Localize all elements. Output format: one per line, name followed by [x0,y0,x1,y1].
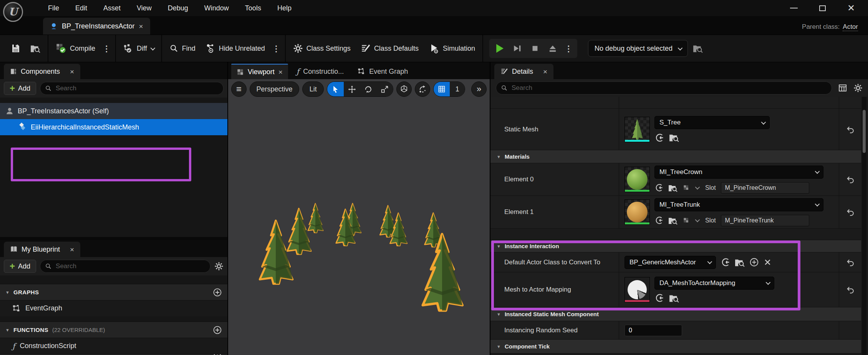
mapping-thumbnail[interactable] [624,277,650,302]
element1-thumbnail[interactable] [624,199,650,225]
chevron-down-icon[interactable] [695,185,700,190]
grid-snap-toggle[interactable] [434,82,450,96]
parent-class-link[interactable]: Actor [843,23,858,31]
close-tab-icon[interactable]: × [139,23,143,30]
chevron-down-icon[interactable] [695,217,700,222]
close-icon[interactable]: × [70,246,74,253]
browse-to-asset-icon[interactable] [668,183,678,192]
scale-tool-button[interactable] [376,82,393,96]
scrollbar-thumb[interactable] [863,110,866,153]
tree-instances[interactable] [228,79,490,355]
details-scrollbar[interactable] [862,97,866,355]
tab-event-graph[interactable]: Event Graph [352,64,413,79]
element0-slot-name-field[interactable] [721,182,809,194]
frame-skip-button[interactable] [509,40,525,56]
find-button[interactable]: Find [164,40,200,57]
revert-button[interactable] [839,163,861,196]
default-actor-class-dropdown[interactable]: BP_GenericMeshActor [624,256,716,269]
diff-button[interactable]: Diff [118,40,159,57]
play-options-icon[interactable]: ⋮ [562,45,575,53]
compile-options-icon[interactable]: ⋮ [100,45,113,53]
asset-tab-bp-treeinstancesactor[interactable]: BP_TreeInstancesActor × [43,18,150,35]
static-mesh-thumbnail[interactable] [624,117,650,142]
minimize-icon[interactable] [790,8,798,8]
use-selected-asset-icon[interactable] [654,293,664,303]
element0-material-dropdown[interactable]: MI_TreeCrown [654,166,823,179]
component-row-selected[interactable]: EiiHierarchicalInstancedStaticMesh [0,119,227,135]
grid-snap-value[interactable]: 1 [450,82,465,96]
make-new-asset-icon[interactable] [749,257,759,267]
lit-dropdown[interactable]: Lit [302,81,324,97]
clear-icon[interactable] [764,258,772,266]
instance-interaction-section-header[interactable]: ▼ Instance Interaction [490,240,861,252]
settings-gear-icon[interactable] [214,262,224,271]
close-icon[interactable]: × [70,68,74,75]
revert-button[interactable] [839,272,861,307]
instancing-random-seed-field[interactable] [624,325,682,336]
use-selected-asset-icon[interactable] [654,133,664,143]
my-blueprint-search[interactable] [40,260,210,273]
add-graph-icon[interactable] [213,288,222,297]
class-settings-button[interactable]: Class Settings [288,40,356,57]
functions-section-header[interactable]: ▼ FUNCTIONS (22 OVERRIDABLE) [0,322,227,338]
browse-to-asset-icon[interactable] [735,257,745,267]
tab-viewport[interactable]: Viewport × [231,64,288,79]
maximize-icon[interactable] [819,5,826,11]
expand-toolbar-button[interactable]: » [471,81,487,97]
revert-button[interactable] [839,196,861,228]
hide-unrelated-button[interactable]: Hide Unrelated [200,40,270,57]
menu-edit[interactable]: Edit [67,2,95,15]
save-button[interactable] [6,40,25,57]
construction-script-row[interactable]: ƒ ConstructionScript [0,338,227,354]
ismc-section-header[interactable]: ▼ Instanced Static Mesh Component [490,307,861,321]
stop-button[interactable] [527,40,543,56]
components-search[interactable] [40,82,224,95]
tree-instance[interactable] [260,203,462,310]
simulation-button[interactable]: Simulation [424,40,480,57]
add-function-icon[interactable] [213,325,222,335]
add-component-button[interactable]: + Add [4,82,36,95]
viewport-canvas[interactable]: ≡ Perspective Lit 1 » [228,79,490,355]
select-tool-button[interactable] [327,82,344,96]
add-blueprint-item-button[interactable]: + Add [4,260,36,273]
world-local-gizmo-button[interactable] [396,81,412,97]
menu-file[interactable]: File [40,2,67,15]
menu-tools[interactable]: Tools [237,2,269,15]
component-tick-section-header[interactable]: ▼ Component Tick [490,340,861,353]
surface-snapping-button[interactable] [415,81,430,97]
play-button[interactable] [492,40,508,56]
browse-to-asset-icon[interactable] [668,216,678,225]
graphs-section-header[interactable]: ▼ GRAPHS [0,284,227,300]
details-settings-gear-icon[interactable] [853,83,863,93]
element0-thumbnail[interactable] [624,167,650,192]
class-defaults-button[interactable]: Class Defaults [356,40,424,57]
hide-unrelated-options-icon[interactable]: ⋮ [270,45,283,53]
my-blueprint-search-input[interactable] [56,262,205,270]
compile-button[interactable]: Compile [51,40,100,57]
revert-button[interactable] [839,109,861,150]
details-search[interactable] [496,81,832,95]
materials-section-header[interactable]: ▼ Materials [490,150,861,163]
element1-slot-name-field[interactable] [721,215,809,226]
tab-my-blueprint[interactable]: My Blueprint × [4,242,80,257]
menu-asset[interactable]: Asset [95,2,129,15]
tab-details[interactable]: Details × [494,64,553,79]
use-selected-asset-icon[interactable] [721,257,730,267]
unreal-logo-icon[interactable]: U [3,2,23,22]
close-icon[interactable]: × [543,68,547,75]
components-search-input[interactable] [56,85,219,92]
browse-to-asset-icon[interactable] [669,133,679,143]
material-options-icon[interactable] [682,184,690,192]
use-selected-asset-icon[interactable] [654,216,663,225]
mapping-dropdown[interactable]: DA_MeshToActorMapping [654,277,774,290]
browse-to-asset-icon[interactable] [669,293,679,303]
rotate-tool-button[interactable] [360,82,377,96]
menu-debug[interactable]: Debug [160,2,196,15]
menu-help[interactable]: Help [269,2,300,15]
use-selected-asset-icon[interactable] [654,183,663,192]
browse-asset-button[interactable] [25,40,45,57]
material-options-icon[interactable] [682,217,690,224]
close-icon[interactable]: ✕ [847,3,855,13]
tab-components[interactable]: Components × [4,64,80,79]
menu-view[interactable]: View [129,2,160,15]
